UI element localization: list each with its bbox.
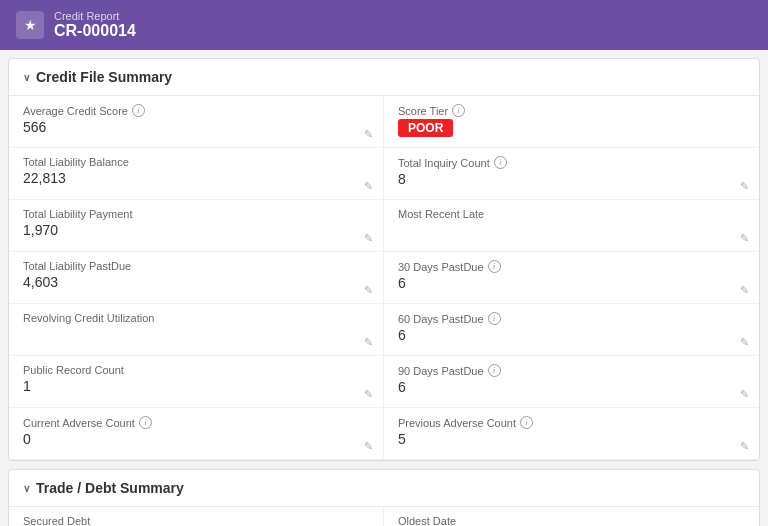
revolving-credit-utilization-edit-icon[interactable]: ✎ [364, 336, 373, 349]
oldest-date-label: Oldest Date [398, 515, 456, 526]
total-liability-pastdue-edit-icon[interactable]: ✎ [364, 284, 373, 297]
credit-file-left-col: Average Credit Score i 566 ✎ Total Liabi… [9, 96, 384, 460]
total-inquiry-count-label: Total Inquiry Count [398, 157, 490, 169]
most-recent-late-field: Most Recent Late ✎ [384, 200, 759, 252]
credit-file-summary-title: Credit File Summary [36, 69, 172, 85]
revolving-credit-utilization-label: Revolving Credit Utilization [23, 312, 154, 324]
current-adverse-count-value: 0 [23, 431, 369, 447]
total-liability-pastdue-label: Total Liability PastDue [23, 260, 131, 272]
30-days-pastdue-label: 30 Days PastDue [398, 261, 484, 273]
public-record-count-field: Public Record Count 1 ✎ [9, 356, 384, 408]
total-liability-balance-field: Total Liability Balance 22,813 ✎ [9, 148, 384, 200]
30-days-pastdue-value: 6 [398, 275, 745, 291]
public-record-count-value: 1 [23, 378, 369, 394]
total-inquiry-count-field: Total Inquiry Count i 8 ✎ [384, 148, 759, 200]
trade-debt-summary-body: Secured Debt 0 ✎ Unsecured Debt 22,813 ✎ [9, 507, 759, 526]
total-liability-balance-label: Total Liability Balance [23, 156, 129, 168]
current-adverse-count-edit-icon[interactable]: ✎ [364, 440, 373, 453]
trade-debt-summary-section: ∨ Trade / Debt Summary Secured Debt 0 ✎ … [8, 469, 760, 526]
trade-debt-chevron-icon: ∨ [23, 483, 30, 494]
score-tier-badge: POOR [398, 119, 453, 137]
credit-file-right-col: Score Tier i POOR Total Inquiry Count i … [384, 96, 759, 460]
avg-credit-score-info-icon[interactable]: i [132, 104, 145, 117]
most-recent-late-edit-icon[interactable]: ✎ [740, 232, 749, 245]
credit-file-summary-header[interactable]: ∨ Credit File Summary [9, 59, 759, 96]
previous-adverse-count-label: Previous Adverse Count [398, 417, 516, 429]
total-inquiry-count-edit-icon[interactable]: ✎ [740, 180, 749, 193]
total-liability-pastdue-value: 4,603 [23, 274, 369, 290]
trade-debt-right-col: Oldest Date 2010-10 ✎ Debt/High Credit 1… [384, 507, 759, 526]
90-days-pastdue-info-icon[interactable]: i [488, 364, 501, 377]
90-days-pastdue-field: 90 Days PastDue i 6 ✎ [384, 356, 759, 408]
60-days-pastdue-info-icon[interactable]: i [488, 312, 501, 325]
report-id: CR-000014 [54, 22, 136, 40]
90-days-pastdue-edit-icon[interactable]: ✎ [740, 388, 749, 401]
secured-debt-field: Secured Debt 0 ✎ [9, 507, 384, 526]
total-inquiry-count-value: 8 [398, 171, 745, 187]
revolving-credit-utilization-field: Revolving Credit Utilization ✎ [9, 304, 384, 356]
total-liability-payment-edit-icon[interactable]: ✎ [364, 232, 373, 245]
chevron-icon: ∨ [23, 72, 30, 83]
score-tier-value: POOR [398, 119, 745, 137]
previous-adverse-count-value: 5 [398, 431, 745, 447]
30-days-pastdue-info-icon[interactable]: i [488, 260, 501, 273]
60-days-pastdue-value: 6 [398, 327, 745, 343]
score-tier-info-icon[interactable]: i [452, 104, 465, 117]
total-liability-payment-value: 1,970 [23, 222, 369, 238]
previous-adverse-count-field: Previous Adverse Count i 5 ✎ [384, 408, 759, 460]
total-liability-pastdue-field: Total Liability PastDue 4,603 ✎ [9, 252, 384, 304]
avg-credit-score-field: Average Credit Score i 566 ✎ [9, 96, 384, 148]
avg-credit-score-value: 566 [23, 119, 369, 135]
total-liability-balance-value: 22,813 [23, 170, 369, 186]
avg-credit-score-edit-icon[interactable]: ✎ [364, 128, 373, 141]
90-days-pastdue-value: 6 [398, 379, 745, 395]
60-days-pastdue-edit-icon[interactable]: ✎ [740, 336, 749, 349]
current-adverse-count-label: Current Adverse Count [23, 417, 135, 429]
score-tier-field: Score Tier i POOR [384, 96, 759, 148]
score-tier-label: Score Tier [398, 105, 448, 117]
revolving-credit-utilization-value [23, 326, 369, 342]
header-icon: ★ [16, 11, 44, 39]
total-liability-payment-label: Total Liability Payment [23, 208, 132, 220]
current-adverse-count-field: Current Adverse Count i 0 ✎ [9, 408, 384, 460]
report-label: Credit Report [54, 10, 136, 22]
most-recent-late-label: Most Recent Late [398, 208, 484, 220]
oldest-date-field: Oldest Date 2010-10 ✎ [384, 507, 759, 526]
total-liability-balance-edit-icon[interactable]: ✎ [364, 180, 373, 193]
credit-file-summary-body: Average Credit Score i 566 ✎ Total Liabi… [9, 96, 759, 460]
header-text: Credit Report CR-000014 [54, 10, 136, 40]
60-days-pastdue-field: 60 Days PastDue i 6 ✎ [384, 304, 759, 356]
public-record-count-label: Public Record Count [23, 364, 124, 376]
credit-file-summary-section: ∨ Credit File Summary Average Credit Sco… [8, 58, 760, 461]
60-days-pastdue-label: 60 Days PastDue [398, 313, 484, 325]
most-recent-late-value [398, 222, 745, 238]
public-record-count-edit-icon[interactable]: ✎ [364, 388, 373, 401]
previous-adverse-count-edit-icon[interactable]: ✎ [740, 440, 749, 453]
avg-credit-score-label: Average Credit Score [23, 105, 128, 117]
page-header: ★ Credit Report CR-000014 [0, 0, 768, 50]
secured-debt-label: Secured Debt [23, 515, 90, 526]
main-content: ∨ Credit File Summary Average Credit Sco… [0, 50, 768, 526]
trade-debt-left-col: Secured Debt 0 ✎ Unsecured Debt 22,813 ✎ [9, 507, 384, 526]
total-liability-payment-field: Total Liability Payment 1,970 ✎ [9, 200, 384, 252]
trade-debt-summary-title: Trade / Debt Summary [36, 480, 184, 496]
current-adverse-count-info-icon[interactable]: i [139, 416, 152, 429]
trade-debt-summary-header[interactable]: ∨ Trade / Debt Summary [9, 470, 759, 507]
30-days-pastdue-edit-icon[interactable]: ✎ [740, 284, 749, 297]
30-days-pastdue-field: 30 Days PastDue i 6 ✎ [384, 252, 759, 304]
90-days-pastdue-label: 90 Days PastDue [398, 365, 484, 377]
previous-adverse-count-info-icon[interactable]: i [520, 416, 533, 429]
total-inquiry-count-info-icon[interactable]: i [494, 156, 507, 169]
